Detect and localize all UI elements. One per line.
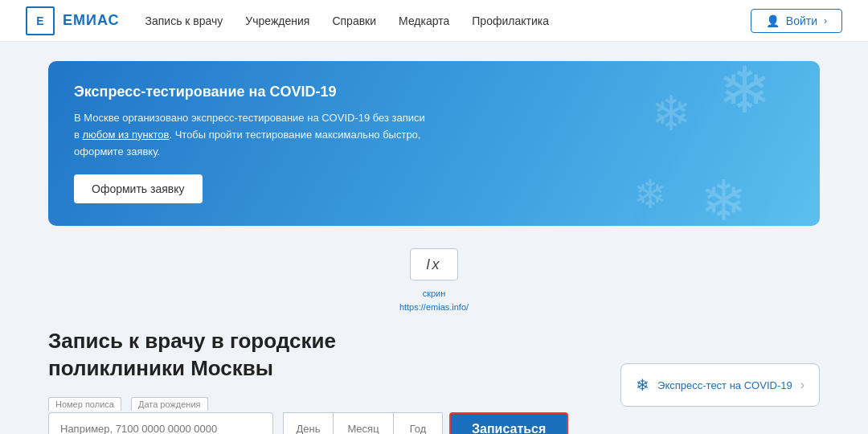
nav-item-prevention[interactable]: Профилактика (472, 11, 549, 31)
nav-item-appointment[interactable]: Запись к врачу (145, 11, 223, 31)
captcha-area: lx (48, 248, 820, 280)
policy-label: Номер полиса (48, 397, 121, 411)
inputs-row: Записаться (48, 412, 595, 434)
chevron-right-icon: › (824, 15, 827, 27)
covid-link[interactable]: любом из пунктов (83, 129, 170, 141)
day-input[interactable] (283, 412, 333, 434)
main-content: Экспресс-тестирование на COVID-19 В Моск… (0, 42, 868, 434)
submit-button[interactable]: Записаться (449, 412, 568, 434)
snowflake-icon-2: ❄ (651, 85, 691, 141)
policy-input[interactable] (48, 412, 273, 434)
year-input[interactable] (393, 412, 443, 434)
booking-form-area: Запись к врачу в городские поликлиники М… (48, 328, 595, 434)
watermark-line2: https://emias.info/ (399, 301, 469, 314)
watermark-line1: скрин (423, 287, 446, 301)
captcha-text: lx (427, 256, 442, 273)
policy-input-wrap (48, 412, 273, 434)
login-label: Войти (786, 14, 817, 27)
nav-item-references[interactable]: Справки (332, 11, 376, 31)
snowflake-icon-4: ❄ (633, 171, 667, 218)
decorative-snowflakes: ❄ ❄ ❄ ❄ (571, 61, 796, 226)
booking-title: Запись к врачу в городские поликлиники М… (48, 328, 595, 383)
field-labels: Номер полиса Дата рождения (48, 397, 595, 411)
covid-banner: Экспресс-тестирование на COVID-19 В Моск… (48, 61, 820, 226)
covid-banner-content: Экспресс-тестирование на COVID-19 В Моск… (74, 84, 425, 203)
chevron-right-icon: › (800, 378, 805, 392)
express-card-label: Экспресс-тест на COVID-19 (657, 379, 792, 391)
booking-title-line2: поликлиники Москвы (48, 356, 273, 380)
captcha-box: lx (410, 248, 458, 280)
snowflake-icon-1: ❄ (718, 61, 772, 128)
snowflake-icon-3: ❄ (700, 168, 747, 226)
header: E ЕМИАС Запись к врачу Учреждения Справк… (0, 0, 868, 42)
logo-text: ЕМИАС (63, 12, 120, 29)
dob-label: Дата рождения (131, 397, 208, 411)
covid-banner-title: Экспресс-тестирование на COVID-19 (74, 84, 425, 100)
booking-title-line1: Запись к врачу в городские (48, 329, 336, 353)
covid-banner-text: В Москве организовано экспресс-тестирова… (74, 110, 425, 160)
watermark-area: скрин https://emias.info/ (48, 287, 820, 313)
snowflake-express-icon: ❄ (636, 375, 649, 395)
login-button[interactable]: 👤 Войти › (751, 9, 842, 33)
nav-item-institutions[interactable]: Учреждения (245, 11, 309, 31)
dob-wrap (283, 412, 443, 434)
nav-item-medcard[interactable]: Медкарта (399, 11, 449, 31)
express-test-card[interactable]: ❄ Экспресс-тест на COVID-19 › (620, 363, 820, 407)
user-icon: 👤 (766, 14, 780, 27)
covid-apply-button[interactable]: Оформить заявку (74, 174, 203, 203)
logo: E ЕМИАС (26, 6, 120, 35)
main-nav: Запись к врачу Учреждения Справки Медкар… (145, 11, 751, 31)
booking-section: Запись к врачу в городские поликлиники М… (48, 328, 820, 434)
month-input[interactable] (333, 412, 393, 434)
logo-icon: E (26, 6, 55, 35)
